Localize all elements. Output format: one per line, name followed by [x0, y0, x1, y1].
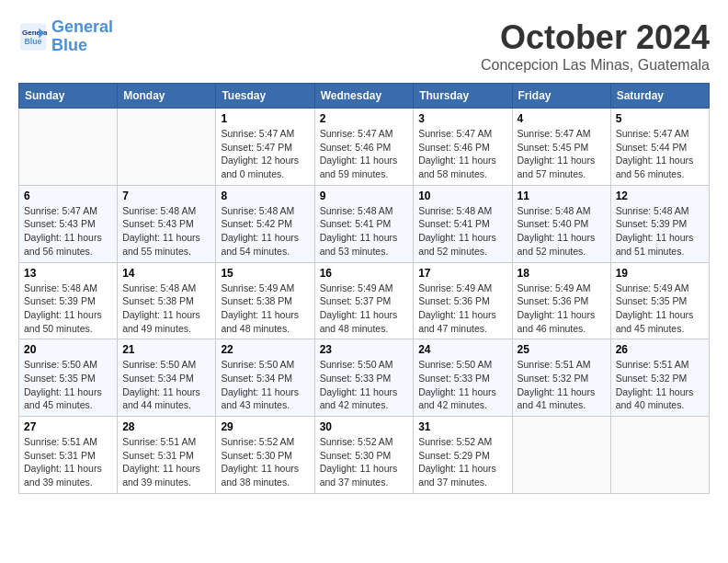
day-number: 24: [418, 343, 506, 356]
day-info: Sunrise: 5:48 AMSunset: 5:42 PMDaylight:…: [221, 204, 309, 259]
calendar-cell: [19, 109, 118, 186]
calendar-cell: 28Sunrise: 5:51 AMSunset: 5:31 PMDayligh…: [118, 417, 216, 494]
calendar-cell: 24Sunrise: 5:50 AMSunset: 5:33 PMDayligh…: [414, 339, 512, 417]
day-number: 12: [616, 190, 704, 202]
day-number: 7: [122, 190, 210, 202]
calendar-cell: 22Sunrise: 5:50 AMSunset: 5:34 PMDayligh…: [216, 339, 314, 417]
calendar-cell: 9Sunrise: 5:48 AMSunset: 5:41 PMDaylight…: [314, 185, 414, 262]
weekday-header: Saturday: [610, 84, 709, 109]
calendar-week-row: 6Sunrise: 5:47 AMSunset: 5:43 PMDaylight…: [19, 185, 710, 262]
logo-icon: General Blue: [18, 22, 48, 52]
day-info: Sunrise: 5:51 AMSunset: 5:32 PMDaylight:…: [518, 358, 606, 412]
day-info: Sunrise: 5:48 AMSunset: 5:41 PMDaylight:…: [418, 204, 506, 259]
day-info: Sunrise: 5:48 AMSunset: 5:43 PMDaylight:…: [122, 204, 210, 259]
calendar-cell: 14Sunrise: 5:48 AMSunset: 5:38 PMDayligh…: [118, 262, 216, 339]
calendar-cell: 11Sunrise: 5:48 AMSunset: 5:40 PMDayligh…: [512, 185, 610, 262]
day-number: 6: [24, 190, 112, 202]
calendar-cell: 8Sunrise: 5:48 AMSunset: 5:42 PMDaylight…: [216, 185, 314, 262]
day-number: 29: [221, 420, 309, 433]
day-info: Sunrise: 5:49 AMSunset: 5:35 PMDaylight:…: [616, 282, 704, 336]
day-info: Sunrise: 5:49 AMSunset: 5:38 PMDaylight:…: [221, 282, 309, 336]
calendar-cell: 10Sunrise: 5:48 AMSunset: 5:41 PMDayligh…: [414, 185, 512, 262]
day-number: 23: [320, 343, 409, 356]
calendar-cell: 7Sunrise: 5:48 AMSunset: 5:43 PMDaylight…: [118, 185, 216, 262]
day-number: 30: [320, 420, 409, 433]
calendar-cell: [118, 109, 216, 186]
calendar-week-row: 27Sunrise: 5:51 AMSunset: 5:31 PMDayligh…: [19, 417, 710, 494]
calendar-cell: 1Sunrise: 5:47 AMSunset: 5:47 PMDaylight…: [216, 109, 314, 186]
calendar-cell: 20Sunrise: 5:50 AMSunset: 5:35 PMDayligh…: [19, 339, 118, 417]
calendar-cell: 21Sunrise: 5:50 AMSunset: 5:34 PMDayligh…: [118, 339, 216, 417]
day-number: 9: [320, 190, 409, 202]
calendar-cell: [610, 417, 709, 494]
day-info: Sunrise: 5:51 AMSunset: 5:32 PMDaylight:…: [616, 358, 704, 412]
calendar-cell: 12Sunrise: 5:48 AMSunset: 5:39 PMDayligh…: [610, 185, 709, 262]
day-info: Sunrise: 5:47 AMSunset: 5:43 PMDaylight:…: [24, 204, 112, 259]
calendar-cell: 29Sunrise: 5:52 AMSunset: 5:30 PMDayligh…: [216, 417, 314, 494]
day-info: Sunrise: 5:47 AMSunset: 5:47 PMDaylight:…: [221, 127, 309, 181]
day-info: Sunrise: 5:48 AMSunset: 5:38 PMDaylight:…: [122, 282, 210, 336]
calendar-cell: 4Sunrise: 5:47 AMSunset: 5:45 PMDaylight…: [512, 109, 610, 186]
day-info: Sunrise: 5:52 AMSunset: 5:30 PMDaylight:…: [320, 435, 409, 489]
day-number: 2: [320, 112, 409, 125]
day-info: Sunrise: 5:50 AMSunset: 5:34 PMDaylight:…: [122, 358, 210, 412]
day-number: 21: [122, 343, 210, 356]
day-info: Sunrise: 5:48 AMSunset: 5:41 PMDaylight:…: [320, 204, 409, 259]
day-info: Sunrise: 5:52 AMSunset: 5:30 PMDaylight:…: [221, 435, 309, 489]
title-area: October 2024 Concepcion Las Minas, Guate…: [481, 18, 710, 74]
page-header: General Blue GeneralBlue October 2024 Co…: [18, 18, 710, 74]
day-number: 20: [24, 343, 112, 356]
weekday-header: Monday: [118, 84, 216, 109]
day-info: Sunrise: 5:48 AMSunset: 5:39 PMDaylight:…: [616, 204, 704, 259]
day-number: 19: [616, 267, 704, 280]
day-number: 11: [518, 190, 606, 202]
day-number: 3: [418, 112, 506, 125]
day-info: Sunrise: 5:48 AMSunset: 5:39 PMDaylight:…: [24, 282, 112, 336]
day-number: 1: [221, 112, 309, 125]
calendar-cell: 25Sunrise: 5:51 AMSunset: 5:32 PMDayligh…: [512, 339, 610, 417]
calendar-table: SundayMondayTuesdayWednesdayThursdayFrid…: [18, 83, 710, 494]
weekday-header: Friday: [512, 84, 610, 109]
day-info: Sunrise: 5:49 AMSunset: 5:36 PMDaylight:…: [418, 282, 506, 336]
calendar-cell: [512, 417, 610, 494]
day-info: Sunrise: 5:50 AMSunset: 5:34 PMDaylight:…: [221, 358, 309, 412]
day-info: Sunrise: 5:50 AMSunset: 5:35 PMDaylight:…: [24, 358, 112, 412]
calendar-header-row: SundayMondayTuesdayWednesdayThursdayFrid…: [19, 84, 710, 109]
day-info: Sunrise: 5:51 AMSunset: 5:31 PMDaylight:…: [24, 435, 112, 489]
day-info: Sunrise: 5:48 AMSunset: 5:40 PMDaylight:…: [518, 204, 606, 259]
day-number: 26: [616, 343, 704, 356]
calendar-cell: 16Sunrise: 5:49 AMSunset: 5:37 PMDayligh…: [314, 262, 414, 339]
day-number: 31: [418, 420, 506, 433]
day-info: Sunrise: 5:52 AMSunset: 5:29 PMDaylight:…: [418, 435, 506, 489]
calendar-cell: 6Sunrise: 5:47 AMSunset: 5:43 PMDaylight…: [19, 185, 118, 262]
logo: General Blue GeneralBlue: [18, 18, 113, 55]
day-info: Sunrise: 5:47 AMSunset: 5:46 PMDaylight:…: [320, 127, 409, 181]
day-number: 27: [24, 420, 112, 433]
day-info: Sunrise: 5:47 AMSunset: 5:46 PMDaylight:…: [418, 127, 506, 181]
location-title: Concepcion Las Minas, Guatemala: [481, 57, 710, 74]
calendar-cell: 19Sunrise: 5:49 AMSunset: 5:35 PMDayligh…: [610, 262, 709, 339]
weekday-header: Thursday: [414, 84, 512, 109]
weekday-header: Wednesday: [314, 84, 414, 109]
day-info: Sunrise: 5:47 AMSunset: 5:44 PMDaylight:…: [616, 127, 704, 181]
day-number: 25: [518, 343, 606, 356]
day-number: 17: [418, 267, 506, 280]
day-number: 10: [418, 190, 506, 202]
day-number: 15: [221, 267, 309, 280]
day-number: 8: [221, 190, 309, 202]
calendar-week-row: 20Sunrise: 5:50 AMSunset: 5:35 PMDayligh…: [19, 339, 710, 417]
day-info: Sunrise: 5:50 AMSunset: 5:33 PMDaylight:…: [418, 358, 506, 412]
day-info: Sunrise: 5:49 AMSunset: 5:37 PMDaylight:…: [320, 282, 409, 336]
calendar-cell: 23Sunrise: 5:50 AMSunset: 5:33 PMDayligh…: [314, 339, 414, 417]
weekday-header: Sunday: [19, 84, 118, 109]
calendar-week-row: 13Sunrise: 5:48 AMSunset: 5:39 PMDayligh…: [19, 262, 710, 339]
day-number: 22: [221, 343, 309, 356]
logo-text: GeneralBlue: [51, 18, 113, 55]
calendar-cell: 26Sunrise: 5:51 AMSunset: 5:32 PMDayligh…: [610, 339, 709, 417]
day-number: 16: [320, 267, 409, 280]
calendar-cell: 3Sunrise: 5:47 AMSunset: 5:46 PMDaylight…: [414, 109, 512, 186]
day-number: 18: [518, 267, 606, 280]
day-number: 14: [122, 267, 210, 280]
svg-text:Blue: Blue: [24, 37, 41, 46]
day-info: Sunrise: 5:49 AMSunset: 5:36 PMDaylight:…: [518, 282, 606, 336]
